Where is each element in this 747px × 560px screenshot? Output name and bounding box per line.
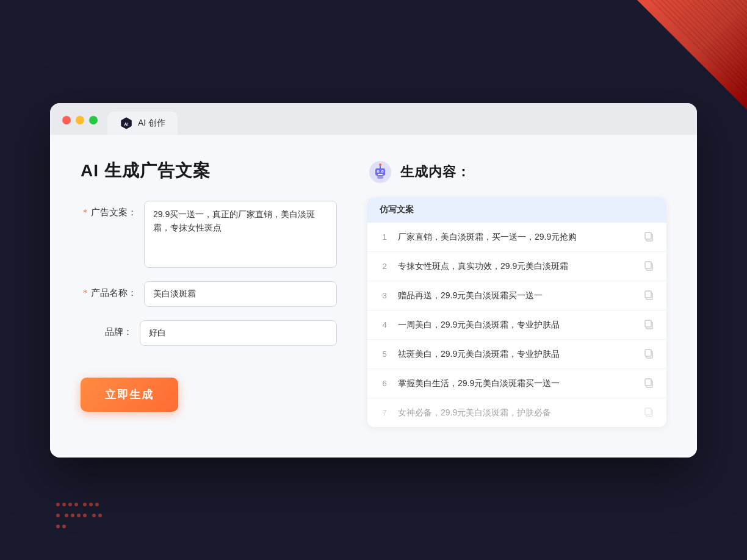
copy-icon[interactable] bbox=[643, 348, 654, 359]
required-star-ad: ＊ bbox=[81, 207, 90, 217]
bg-decoration-noise bbox=[649, 0, 747, 98]
svg-rect-23 bbox=[645, 379, 651, 386]
result-item: 7 女神必备，29.9元美白淡斑霜，护肤必备 bbox=[367, 398, 666, 427]
traffic-light-maximize[interactable] bbox=[89, 116, 98, 124]
ad-copy-label: ＊广告文案： bbox=[81, 201, 137, 218]
tab-label: AI 创作 bbox=[138, 118, 165, 129]
copy-icon[interactable] bbox=[643, 319, 654, 330]
svg-text:AI: AI bbox=[124, 121, 128, 126]
copy-icon[interactable] bbox=[643, 290, 654, 301]
svg-rect-17 bbox=[645, 291, 651, 298]
result-text: 一周美白，29.9元美白淡斑霜，专业护肤品 bbox=[398, 318, 635, 331]
ad-copy-input[interactable] bbox=[144, 201, 337, 268]
result-item: 2 专抹女性斑点，真实功效，29.9元美白淡斑霜 bbox=[367, 252, 666, 281]
brand-label: 品牌： bbox=[81, 320, 132, 338]
result-text: 掌握美白生活，29.9元美白淡斑霜买一送一 bbox=[398, 377, 635, 390]
product-name-group: ＊产品名称： bbox=[81, 281, 337, 307]
svg-point-6 bbox=[378, 171, 379, 172]
result-number: 2 bbox=[380, 262, 389, 271]
svg-rect-19 bbox=[645, 320, 651, 327]
ad-copy-group: ＊广告文案： bbox=[81, 201, 337, 268]
traffic-lights bbox=[62, 116, 98, 124]
result-title: 生成内容： bbox=[400, 163, 471, 181]
result-number: 5 bbox=[380, 350, 389, 359]
result-number: 1 bbox=[380, 232, 389, 242]
bg-decoration-dots bbox=[55, 499, 104, 536]
svg-point-7 bbox=[382, 171, 383, 172]
result-number: 4 bbox=[380, 320, 389, 329]
brand-group: 品牌： bbox=[81, 320, 337, 346]
result-text: 祛斑美白，29.9元美白淡斑霜，专业护肤品 bbox=[398, 348, 635, 361]
results-list: 1 厂家直销，美白淡斑霜，买一送一，29.9元抢购 2 专抹女性斑点，真实功效，… bbox=[367, 223, 666, 427]
browser-tab[interactable]: AI AI 创作 bbox=[107, 112, 178, 135]
product-name-label: ＊产品名称： bbox=[81, 281, 137, 299]
result-item: 1 厂家直销，美白淡斑霜，买一送一，29.9元抢购 bbox=[367, 223, 666, 252]
traffic-light-minimize[interactable] bbox=[76, 116, 84, 124]
svg-rect-8 bbox=[378, 174, 383, 175]
content-area: AI 生成广告文案 ＊广告文案： ＊产品名称： 品牌： 立 bbox=[50, 135, 697, 458]
result-text: 赠品再送，29.9元美白淡斑霜买一送一 bbox=[398, 289, 635, 302]
result-item: 3 赠品再送，29.9元美白淡斑霜买一送一 bbox=[367, 281, 666, 311]
copy-icon[interactable] bbox=[643, 260, 654, 271]
result-text: 专抹女性斑点，真实功效，29.9元美白淡斑霜 bbox=[398, 260, 635, 273]
result-number: 7 bbox=[380, 408, 389, 417]
svg-rect-11 bbox=[377, 176, 383, 179]
svg-rect-25 bbox=[645, 408, 651, 415]
right-panel: 生成内容： 仿写文案 1 厂家直销，美白淡斑霜，买一送一，29.9元抢购 2 专… bbox=[367, 159, 666, 427]
left-panel: AI 生成广告文案 ＊广告文案： ＊产品名称： 品牌： 立 bbox=[81, 159, 337, 427]
brand-input[interactable] bbox=[140, 320, 337, 346]
result-number: 6 bbox=[380, 379, 389, 388]
result-item: 4 一周美白，29.9元美白淡斑霜，专业护肤品 bbox=[367, 311, 666, 340]
copy-icon[interactable] bbox=[643, 407, 654, 418]
ai-tab-icon: AI bbox=[120, 117, 133, 130]
result-number: 3 bbox=[380, 291, 389, 300]
copy-icon[interactable] bbox=[643, 231, 654, 242]
page-title: AI 生成广告文案 bbox=[81, 159, 337, 182]
result-item: 6 掌握美白生活，29.9元美白淡斑霜买一送一 bbox=[367, 369, 666, 398]
traffic-light-close[interactable] bbox=[62, 116, 71, 124]
results-table-header: 仿写文案 bbox=[367, 197, 666, 223]
required-star-product: ＊ bbox=[81, 287, 90, 298]
product-name-input[interactable] bbox=[144, 281, 337, 307]
svg-rect-21 bbox=[645, 350, 651, 356]
result-text: 厂家直销，美白淡斑霜，买一送一，29.9元抢购 bbox=[398, 231, 635, 243]
result-item: 5 祛斑美白，29.9元美白淡斑霜，专业护肤品 bbox=[367, 340, 666, 369]
copy-icon[interactable] bbox=[643, 378, 654, 389]
result-text: 女神必备，29.9元美白淡斑霜，护肤必备 bbox=[398, 406, 635, 419]
generate-button[interactable]: 立即生成 bbox=[81, 378, 178, 412]
browser-chrome: AI AI 创作 bbox=[50, 103, 697, 135]
svg-rect-15 bbox=[645, 262, 651, 268]
svg-rect-13 bbox=[645, 232, 651, 239]
result-header: 生成内容： bbox=[367, 159, 666, 185]
browser-window: AI AI 创作 AI 生成广告文案 ＊广告文案： ＊产品名称： bbox=[50, 103, 697, 458]
robot-icon bbox=[367, 159, 393, 185]
results-container: 仿写文案 1 厂家直销，美白淡斑霜，买一送一，29.9元抢购 2 专抹女性斑点，… bbox=[367, 197, 666, 427]
svg-point-10 bbox=[379, 163, 381, 166]
